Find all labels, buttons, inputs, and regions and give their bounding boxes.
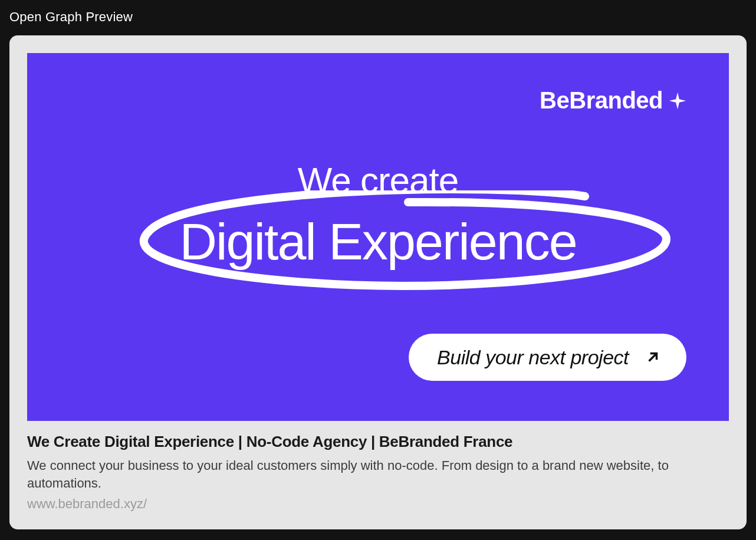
- headline-line-2-wrap: Digital Experience: [179, 212, 576, 272]
- sparkle-icon: [668, 91, 688, 111]
- headline-line-2: Digital Experience: [179, 212, 576, 271]
- brand-logo: BeBranded: [540, 87, 688, 114]
- preview-card: BeBranded We create Digital Experience B…: [9, 35, 747, 529]
- og-meta: We Create Digital Experience | No-Code A…: [27, 421, 729, 512]
- cta-label: Build your next project: [437, 346, 629, 369]
- headline: We create Digital Experience: [27, 159, 729, 272]
- cta-button[interactable]: Build your next project: [409, 334, 686, 381]
- arrow-up-right-icon: [645, 350, 660, 365]
- page-title: Open Graph Preview: [9, 9, 747, 25]
- og-description: We connect your business to your ideal c…: [27, 457, 729, 492]
- og-title: We Create Digital Experience | No-Code A…: [27, 433, 729, 451]
- og-image: BeBranded We create Digital Experience B…: [27, 53, 729, 421]
- headline-line-1: We create: [27, 159, 729, 201]
- brand-text: BeBranded: [540, 87, 663, 114]
- og-url: www.bebranded.xyz/: [27, 496, 729, 512]
